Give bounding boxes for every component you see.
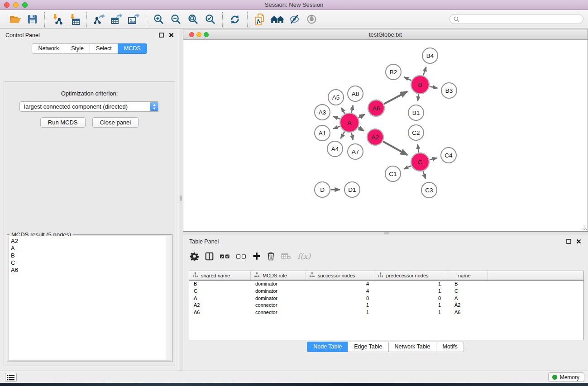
- close-panel-icon[interactable]: [168, 32, 174, 38]
- graph-edge-C-C3[interactable]: [423, 171, 425, 179]
- table-cell[interactable]: 1: [374, 309, 446, 316]
- graph-node-A6[interactable]: A6: [368, 100, 384, 116]
- graph-node-D[interactable]: D: [315, 182, 330, 197]
- graph-edge-A6-B[interactable]: [384, 91, 407, 104]
- graph-edge-A-A2[interactable]: [359, 128, 364, 131]
- select-all-checkboxes-icon[interactable]: [220, 254, 230, 259]
- import-network-button[interactable]: [48, 12, 66, 27]
- graph-edge-A-A6[interactable]: [359, 114, 365, 118]
- show-graphics-details-button[interactable]: [303, 12, 320, 27]
- table-row[interactable]: A6connector11A6: [189, 309, 583, 316]
- delete-column-trash-icon[interactable]: [267, 252, 275, 261]
- table-cell[interactable]: dominator: [251, 281, 306, 288]
- graph-edge-C-C2[interactable]: [418, 144, 419, 152]
- zoom-in-button[interactable]: [150, 12, 167, 27]
- tab-mcds[interactable]: MCDS: [118, 43, 147, 54]
- horizontal-splitter[interactable]: [183, 232, 588, 235]
- table-cell[interactable]: C: [189, 288, 251, 295]
- graph-node-B1[interactable]: B1: [408, 105, 424, 120]
- table-cell[interactable]: dominator: [251, 288, 306, 295]
- mcds-result-item[interactable]: B: [11, 252, 171, 259]
- table-cell[interactable]: 4: [306, 281, 374, 288]
- graph-node-A1[interactable]: A1: [315, 125, 330, 141]
- mcds-result-item[interactable]: A: [11, 245, 171, 252]
- refresh-button[interactable]: [226, 12, 244, 27]
- tab-motifs[interactable]: Motifs: [436, 342, 464, 352]
- mcds-result-item[interactable]: C: [11, 259, 171, 267]
- float-table-panel-icon[interactable]: [566, 238, 572, 244]
- graph-node-A3[interactable]: A3: [315, 105, 330, 120]
- table-row[interactable]: A2connector11A2: [189, 302, 583, 309]
- tab-network-table[interactable]: Network Table: [388, 342, 437, 352]
- graph-edge-A-A5[interactable]: [341, 108, 344, 114]
- graph-edge-A2-C[interactable]: [383, 141, 407, 155]
- graph-node-A[interactable]: A: [340, 113, 359, 132]
- table-cell[interactable]: connector: [251, 302, 306, 309]
- graph-edge-A-A1[interactable]: [333, 126, 340, 129]
- graph-node-A8[interactable]: A8: [348, 86, 363, 101]
- graph-node-C[interactable]: C: [411, 153, 429, 171]
- table-cell[interactable]: B: [446, 281, 488, 288]
- zoom-fit-button[interactable]: [184, 12, 201, 27]
- graph-node-B[interactable]: B: [411, 76, 429, 94]
- column-header[interactable]: name: [446, 271, 488, 280]
- table-cell[interactable]: 0: [374, 295, 446, 302]
- splitter-grip[interactable]: [384, 232, 389, 234]
- graph-node-C4[interactable]: C4: [441, 148, 456, 163]
- deselect-all-checkboxes-icon[interactable]: [236, 254, 246, 259]
- table-cell[interactable]: A6: [189, 309, 251, 316]
- graph-edge-B-B2[interactable]: [404, 77, 411, 81]
- float-panel-icon[interactable]: [158, 32, 164, 38]
- zoom-selected-button[interactable]: [201, 12, 219, 27]
- table-cell[interactable]: connector: [251, 309, 306, 316]
- run-mcds-button[interactable]: Run MCDS: [40, 117, 86, 128]
- search-input[interactable]: [462, 16, 579, 22]
- graph-edge-A-A4[interactable]: [341, 132, 344, 138]
- graph-edge-A-A8[interactable]: [351, 105, 353, 113]
- close-table-panel-icon[interactable]: [576, 238, 582, 244]
- clone-network-button[interactable]: [251, 12, 268, 27]
- graph-node-A4[interactable]: A4: [327, 141, 343, 157]
- table-row[interactable]: Cdominator41C: [189, 288, 583, 295]
- table-cell[interactable]: A2: [189, 302, 251, 309]
- graph-node-C2[interactable]: C2: [408, 125, 424, 140]
- network-window-titlebar[interactable]: testGlobe.txt: [183, 29, 588, 40]
- criterion-dropdown[interactable]: largest connected component (directed): [19, 101, 159, 112]
- zoom-out-button[interactable]: [167, 12, 184, 27]
- show-columns-icon[interactable]: [205, 252, 214, 261]
- table-cell[interactable]: A: [446, 295, 488, 302]
- tab-node-table[interactable]: Node Table: [307, 342, 348, 352]
- table-cell[interactable]: 1: [374, 288, 446, 295]
- mcds-result-item[interactable]: A6: [11, 267, 171, 274]
- column-header[interactable]: MCDS role: [251, 271, 306, 280]
- network-canvas[interactable]: B4B2BB3A8A5A6A3B1AC2A1A2A4A7C4CC1C3DD1: [183, 40, 588, 231]
- tab-select[interactable]: Select: [90, 43, 118, 54]
- table-settings-gear-icon[interactable]: [190, 252, 199, 261]
- graph-node-D1[interactable]: D1: [344, 182, 360, 197]
- task-history-button[interactable]: [5, 373, 17, 382]
- table-cell[interactable]: 1: [374, 281, 446, 288]
- table-cell[interactable]: 8: [306, 295, 374, 302]
- graph-edge-B-B3[interactable]: [430, 86, 437, 88]
- table-cell[interactable]: A: [189, 295, 251, 302]
- splitter-grip[interactable]: [180, 195, 182, 201]
- list-scrollbar[interactable]: [166, 236, 171, 360]
- memory-button[interactable]: Memory: [548, 372, 584, 382]
- save-session-button[interactable]: [24, 12, 41, 27]
- table-cell[interactable]: A6: [446, 309, 488, 316]
- graph-node-B2[interactable]: B2: [386, 64, 401, 80]
- hide-graphics-details-button[interactable]: [286, 12, 303, 27]
- graph-node-B3[interactable]: B3: [441, 83, 457, 98]
- column-header[interactable]: predecessor nodes: [374, 271, 446, 280]
- table-row[interactable]: Adominator80A: [189, 295, 583, 302]
- import-table-button[interactable]: [66, 12, 83, 27]
- mcds-result-item[interactable]: A2: [11, 238, 171, 245]
- tab-network[interactable]: Network: [32, 43, 65, 54]
- table-cell[interactable]: 1: [374, 302, 446, 309]
- graph-node-C1[interactable]: C1: [385, 166, 401, 181]
- column-header[interactable]: successor nodes: [306, 271, 374, 280]
- graph-edge-A-A3[interactable]: [333, 116, 340, 119]
- graph-node-C3[interactable]: C3: [421, 182, 437, 198]
- tab-style[interactable]: Style: [65, 43, 90, 54]
- export-network-button[interactable]: [91, 12, 108, 27]
